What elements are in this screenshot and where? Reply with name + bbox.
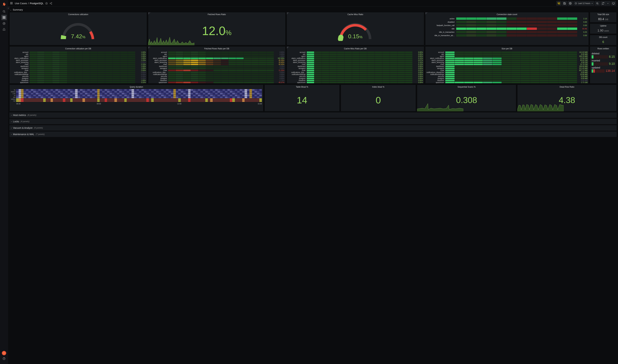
- panel-title: Connections utilization: [10, 12, 147, 17]
- panel-uptime[interactable]: Uptime 1.90 week: [590, 24, 617, 34]
- add-panel-button[interactable]: [556, 1, 561, 6]
- list-item: alarm_streaming 0.00%: [11, 61, 146, 63]
- user-avatar[interactable]: [2, 351, 6, 355]
- panel-db-count[interactable]: DB count 6: [590, 35, 617, 45]
- list-item: node 11.35%: [149, 69, 284, 71]
- explore-icon[interactable]: [1, 21, 7, 26]
- list-item: vernemq 25.50 MiB: [426, 83, 588, 84]
- share-icon[interactable]: [50, 2, 52, 5]
- list-item: account 0.00%: [288, 51, 423, 53]
- list-item: alarm_streaming 4.94 GiB: [426, 61, 588, 63]
- panel-dead-row[interactable]: Dead Row Ratio 4.38: [517, 85, 617, 111]
- list-item: notificationsettings 0.00%: [149, 73, 284, 75]
- panel-rows-written[interactable]: Rows written deleted 8.15 inserted 9.10 …: [590, 46, 617, 84]
- list-item: iamagent 0.00%: [288, 67, 423, 69]
- panel-title: Index bloat %: [341, 85, 416, 89]
- panel-seq-scans[interactable]: Sequential Scans % 0.308: [417, 85, 516, 111]
- row-header-summary[interactable]: ⌄ Summary: [9, 7, 617, 12]
- list-item: agent 1.00%: [11, 55, 146, 57]
- list-item: dashboard 106.80 MiB: [426, 65, 588, 67]
- list-item: percona 0.00%: [288, 75, 423, 77]
- panel-query-duration[interactable]: Query duration 5s500ms2.5s1s10s100ms+Inf…: [9, 85, 263, 111]
- sparkline: [517, 102, 563, 111]
- svg-point-11: [51, 2, 52, 3]
- panel-total-db-size[interactable]: Total DB size 83.4 GiB: [590, 12, 617, 23]
- panel-index-bloat[interactable]: Index bloat % 0: [341, 85, 416, 111]
- list-item: notificationsettings 18.86 MiB: [426, 73, 588, 75]
- list-item: alarm_processor 1.29%: [11, 59, 146, 61]
- tv-mode-button[interactable]: [611, 1, 616, 6]
- panel-table-bloat[interactable]: Table Bloat % 14: [264, 85, 340, 111]
- breadcrumb-dashboard[interactable]: PostgreSQL: [30, 2, 44, 5]
- panel-fetched-rows-ratio[interactable]: Fetched Rows Ratio 12.0%: [148, 12, 286, 45]
- grafana-logo-icon[interactable]: [2, 2, 6, 7]
- alerting-icon[interactable]: [1, 27, 7, 32]
- row-header-collapsed[interactable]: › Host metrics (8 panels): [9, 112, 617, 118]
- star-icon[interactable]: [45, 2, 48, 5]
- list-item: agent 1.00%: [149, 55, 284, 57]
- panel-size-db[interactable]: Size per DB account 141.63 MiB adc 8.09 …: [425, 46, 589, 84]
- search-icon[interactable]: [1, 9, 7, 14]
- refresh-button[interactable]: [601, 1, 605, 6]
- svg-point-5: [3, 22, 5, 25]
- panel-cache-miss-ratio[interactable]: Cache Miss Ratio 0.15%: [287, 12, 424, 45]
- panel-conn-util-db[interactable]: Connection utilization per DB account 1.…: [9, 46, 147, 84]
- sidebar: [0, 0, 8, 364]
- breadcrumb-folder[interactable]: Use Cases: [15, 2, 27, 5]
- list-item: iamagent 1.00%: [11, 67, 146, 69]
- panel-title: DB count: [590, 35, 617, 39]
- list-item: postgres 0.00%: [11, 77, 146, 79]
- row-header-collapsed[interactable]: › Vacuum & Analyze (4 panels): [9, 125, 617, 130]
- list-item: alarm_notifications 102.50%: [149, 57, 284, 59]
- save-button[interactable]: [562, 1, 567, 6]
- svg-rect-10: [10, 3, 11, 4]
- panel-title: Cache Miss Ratio: [287, 12, 424, 17]
- row-header-collapsed[interactable]: › Maintenance & WAL (7 panels): [9, 131, 617, 137]
- row-title: Summary: [13, 8, 23, 11]
- panel-title: Connection utilization per DB: [10, 47, 147, 51]
- info-icon[interactable]: [148, 47, 151, 49]
- settings-button[interactable]: [568, 1, 573, 6]
- panel-fetched-rows-db[interactable]: Fetched Rows Ratio per DB account 0.60% …: [148, 46, 286, 84]
- list-item: agent 399.29 MiB: [426, 55, 588, 57]
- breadcrumb[interactable]: Use Cases / PostgreSQL: [15, 2, 43, 5]
- zoom-out-button[interactable]: [595, 1, 600, 6]
- list-item: alarm_notifications 0.16%: [288, 57, 423, 59]
- panel-title: Cache Miss Ratio per DB: [287, 47, 424, 51]
- list-item: node 0.01%: [288, 69, 423, 71]
- dashboards-icon[interactable]: [1, 15, 7, 20]
- list-item: disabled 0.00: [427, 20, 587, 24]
- row-title: Host metrics: [13, 114, 26, 117]
- row-header-collapsed[interactable]: › Locks (4 panels): [9, 119, 617, 124]
- list-item: alarm_streaming 3.16%: [288, 61, 423, 63]
- help-icon[interactable]: [1, 356, 7, 361]
- info-icon[interactable]: [287, 47, 289, 49]
- list-item: fastpath_function_call 0.00: [427, 24, 587, 27]
- row-title: Vacuum & Analyze: [13, 127, 32, 129]
- list-item: notifications_disp... 0.00%: [288, 71, 423, 73]
- list-item: rdsadmin 2.74%: [149, 79, 284, 81]
- info-icon[interactable]: [148, 12, 151, 15]
- info-icon[interactable]: [425, 12, 428, 15]
- svg-rect-17: [612, 2, 615, 4]
- expand-sidebar-button[interactable]: [7, 7, 10, 10]
- panel-connections-utilization[interactable]: Connections utilization 7.42%: [9, 12, 147, 45]
- list-item: adc 1.00%: [11, 53, 146, 55]
- list-item: dashboard 3.28%: [149, 65, 284, 67]
- list-item: spaceroom 0.00%: [288, 81, 423, 83]
- list-item: adc 0.00%: [149, 53, 284, 55]
- time-range-picker[interactable]: Last 12 hours: [574, 1, 594, 6]
- list-item: active 2.13: [427, 17, 587, 20]
- svg-point-14: [570, 3, 571, 4]
- panel-title: Fetched Rows Ratio: [148, 12, 285, 17]
- refresh-interval-picker[interactable]: [605, 1, 610, 6]
- info-icon[interactable]: [287, 12, 289, 15]
- rows-written-item: deleted 8.15: [592, 52, 615, 59]
- list-item: vernemq 0.00%: [288, 83, 423, 84]
- list-item: adc 8.09 MiB: [426, 53, 588, 55]
- svg-rect-2: [4, 16, 5, 17]
- panel-cache-miss-db[interactable]: Cache Miss Ratio per DB account 0.00% ad…: [287, 46, 424, 84]
- list-item: rdsadmin 1.00%: [11, 79, 146, 81]
- panel-connection-state-count[interactable]: Connection state count active 2.13 disab…: [425, 12, 589, 45]
- svg-rect-9: [12, 3, 13, 4]
